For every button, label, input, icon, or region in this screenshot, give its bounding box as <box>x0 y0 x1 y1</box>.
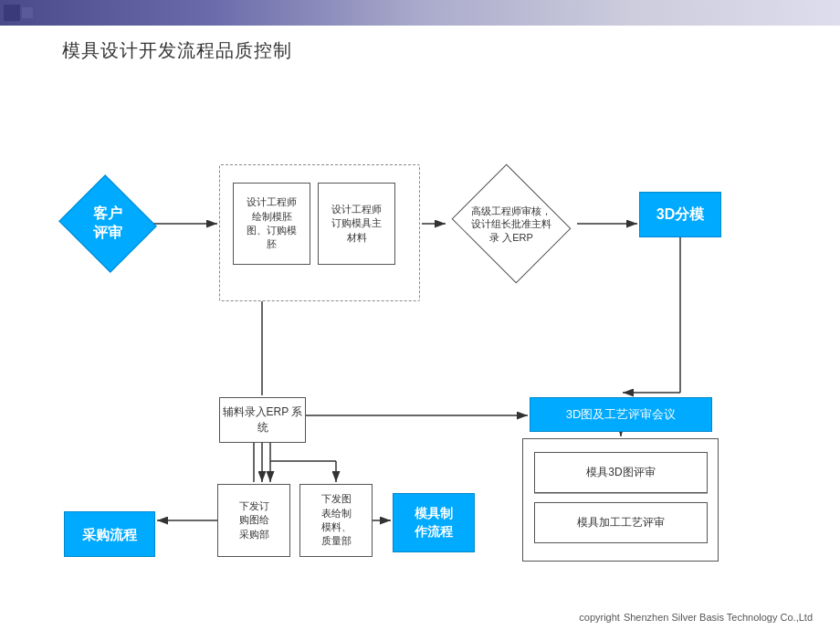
3d-modeling-box: 3D分模 <box>639 192 721 237</box>
3d-review-box: 模具3D图评审 <box>534 452 708 493</box>
3d-review-label: 模具3D图评审 <box>586 465 655 480</box>
senior-engineer-diamond: 高级工程师审核， 设计组长批准主料录 入ERP <box>447 173 575 274</box>
engineer1-box: 设计工程师 绘制模胚 图、订购模 胚 <box>233 183 310 265</box>
mold-process-label: 模具制 作流程 <box>415 505 453 541</box>
page-title: 模具设计开发流程品质控制 <box>62 38 292 63</box>
flowchart-area: 客户 评审 设计工程师 绘制模胚 图、订购模 胚 设计工程师 订购模具主 材料 … <box>0 73 840 603</box>
header-decoration <box>4 5 33 21</box>
erp-label: 辅料录入ERP 系统 <box>220 404 305 436</box>
senior-engineer-label: 高级工程师审核， 设计组长批准主料录 入ERP <box>468 205 555 244</box>
mold-process-box: 模具制 作流程 <box>393 493 475 552</box>
header-bar <box>0 0 840 26</box>
customer-review-diamond: 客户 评审 <box>62 183 153 265</box>
issue1-label: 下发订 购图给 采购部 <box>239 499 269 541</box>
machining-review-label: 模具加工工艺评审 <box>577 515 665 530</box>
engineer2-box: 设计工程师 订购模具主 材料 <box>318 183 395 265</box>
copyright-text: copyright <box>579 612 620 623</box>
engineer1-label: 设计工程师 绘制模胚 图、订购模 胚 <box>247 195 297 252</box>
erp-box: 辅料录入ERP 系统 <box>219 397 306 443</box>
issue2-box: 下发图 表给制 模料、 质量部 <box>299 484 373 557</box>
review-meeting-label: 3D图及工艺评审会议 <box>566 406 677 423</box>
engineer2-label: 设计工程师 订购模具主 材料 <box>331 203 382 245</box>
purchase-box: 采购流程 <box>64 511 155 557</box>
issue1-box: 下发订 购图给 采购部 <box>217 484 290 557</box>
review-meeting-box: 3D图及工艺评审会议 <box>530 397 712 432</box>
3d-modeling-label: 3D分模 <box>656 205 704 225</box>
machining-review-box: 模具加工工艺评审 <box>534 502 708 543</box>
purchase-label: 采购流程 <box>82 525 137 544</box>
footer: copyright Shenzhen Silver Basis Technolo… <box>579 612 813 623</box>
customer-review-label: 客户 评审 <box>93 205 122 243</box>
issue2-label: 下发图 表给制 模料、 质量部 <box>321 492 352 549</box>
company-text: Shenzhen Silver Basis Technology Co.,Ltd <box>624 612 813 623</box>
